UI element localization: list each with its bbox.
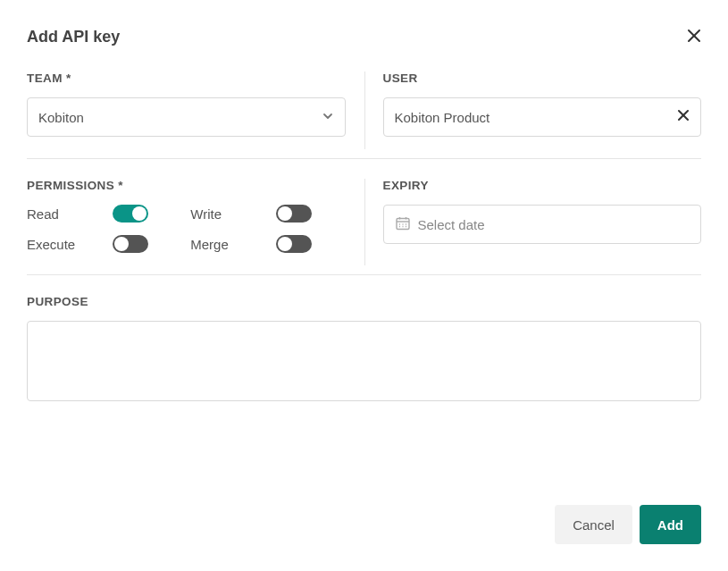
perm-read-toggle[interactable] — [113, 205, 148, 223]
perm-execute-row: Execute — [27, 235, 181, 253]
team-column: TEAM * Kobiton — [27, 71, 346, 137]
team-select[interactable]: Kobiton — [27, 97, 346, 137]
purpose-textarea[interactable] — [27, 321, 701, 401]
expiry-placeholder: Select date — [418, 217, 690, 232]
perm-read-row: Read — [27, 205, 181, 223]
dialog-title: Add API key — [27, 28, 120, 46]
permissions-column: PERMISSIONS * Read Write Execute Merge — [27, 179, 346, 253]
user-input[interactable]: Kobiton Product — [383, 97, 702, 137]
perm-execute-toggle[interactable] — [113, 235, 148, 253]
user-column: USER Kobiton Product — [383, 71, 702, 137]
perm-merge-label: Merge — [190, 237, 276, 252]
perm-read-label: Read — [27, 206, 113, 222]
perm-write-label: Write — [190, 206, 276, 222]
team-select-value: Kobiton — [38, 110, 322, 125]
expiry-date-input[interactable]: Select date — [383, 205, 702, 244]
close-icon[interactable] — [687, 27, 701, 46]
user-input-value: Kobiton Product — [395, 110, 678, 125]
expiry-column: EXPIRY Select date — [383, 179, 702, 253]
user-label: USER — [383, 71, 702, 85]
dialog-footer: Cancel Add — [555, 505, 701, 544]
calendar-icon — [395, 215, 411, 234]
purpose-section: PURPOSE — [27, 295, 701, 405]
team-label: TEAM * — [27, 71, 346, 85]
add-button[interactable]: Add — [640, 505, 701, 544]
perm-execute-label: Execute — [27, 237, 113, 252]
perm-merge-row: Merge — [190, 235, 345, 253]
dialog-header: Add API key — [27, 27, 701, 46]
column-divider — [364, 179, 365, 265]
chevron-down-icon — [322, 110, 334, 125]
permissions-label: PERMISSIONS * — [27, 179, 346, 192]
row-permissions-expiry: PERMISSIONS * Read Write Execute Merge E… — [27, 179, 701, 275]
perm-write-toggle[interactable] — [276, 205, 312, 223]
cancel-button[interactable]: Cancel — [555, 505, 632, 544]
expiry-label: EXPIRY — [383, 179, 702, 192]
perm-merge-toggle[interactable] — [276, 235, 312, 253]
purpose-label: PURPOSE — [27, 295, 701, 308]
column-divider — [364, 71, 365, 149]
clear-user-icon[interactable] — [677, 109, 690, 125]
perm-write-row: Write — [190, 205, 345, 223]
row-team-user: TEAM * Kobiton USER Kobiton Product — [27, 71, 701, 159]
